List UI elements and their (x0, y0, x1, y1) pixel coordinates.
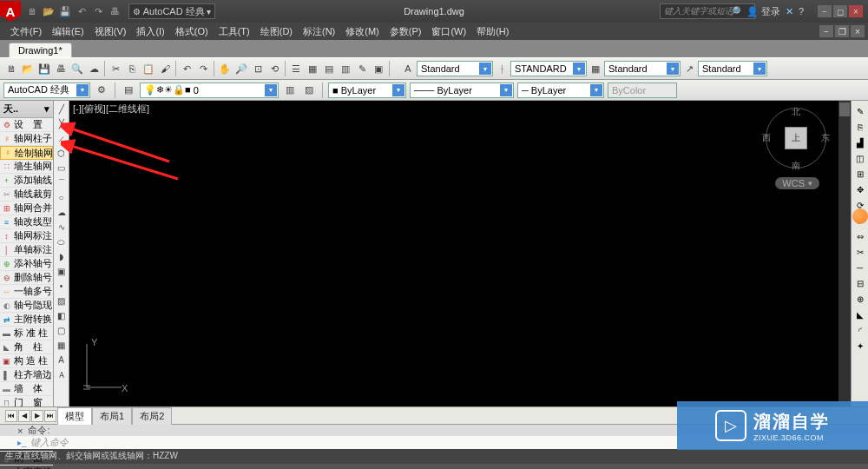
circle-icon[interactable]: ○ (55, 191, 68, 204)
palette-item-6[interactable]: ⊞轴网合并 (0, 201, 53, 215)
properties-icon[interactable]: ☰ (288, 61, 304, 76)
maximize-button[interactable]: ◻ (833, 5, 847, 17)
cut-icon[interactable]: ✂ (108, 61, 123, 76)
doc-close-button[interactable]: × (851, 25, 865, 37)
explode-icon[interactable]: ✦ (853, 339, 867, 353)
app-icon[interactable]: A (0, 1, 21, 22)
palette-item-2[interactable]: ♯绘制轴网 (0, 146, 53, 160)
save-icon[interactable]: 💾 (36, 61, 52, 76)
drawing-canvas[interactable]: [-][俯视][二维线框] Y X 上 北 南 东 西 WCS ▾ (69, 101, 851, 406)
menu-draw[interactable]: 绘图(D) (255, 23, 298, 40)
wcs-badge[interactable]: WCS ▾ (775, 177, 819, 189)
document-tab[interactable]: Drawing1* (9, 43, 72, 57)
menu-window[interactable]: 窗口(W) (426, 23, 471, 40)
dim-style-select[interactable]: STANDARD▾ (510, 61, 587, 76)
copy-icon[interactable]: ⎘ (853, 120, 867, 134)
region-icon[interactable]: ▢ (55, 324, 68, 337)
open-icon[interactable]: 📂 (20, 61, 36, 76)
erase-icon[interactable]: ✎ (853, 104, 867, 118)
ellipse-icon[interactable]: ⬭ (55, 235, 68, 248)
tab-last-icon[interactable]: ⏭ (44, 410, 56, 422)
palette-item-0[interactable]: ⚙设 置 (0, 118, 53, 132)
spline-icon[interactable]: ∿ (55, 221, 68, 234)
palette-item-1[interactable]: ♯轴网柱子 (0, 132, 53, 146)
match-icon[interactable]: 🖌 (157, 61, 173, 76)
palette-item-25[interactable]: A文字表格 (0, 466, 53, 469)
workspace-select[interactable]: AutoCAD 经典▾ (3, 83, 90, 98)
block-icon[interactable]: ▣ (55, 265, 68, 278)
close-button[interactable]: × (849, 5, 863, 17)
print-icon[interactable]: 🖶 (108, 4, 122, 18)
compass-s[interactable]: 南 (792, 160, 800, 172)
zoom-prev-icon[interactable]: ⟲ (266, 61, 282, 76)
copy-icon[interactable]: ⎘ (124, 61, 140, 76)
pan-icon[interactable]: ✋ (217, 61, 233, 76)
stretch-icon[interactable]: ⇔ (853, 229, 867, 243)
open-icon[interactable]: 📂 (42, 4, 56, 18)
color-select[interactable]: ■ ByLayer▾ (328, 83, 406, 98)
palette-item-18[interactable]: ▌柱齐墙边 (0, 368, 53, 382)
viewport-label[interactable]: [-][俯视][二维线框] (73, 102, 149, 116)
chevron-down-icon[interactable]: ▾ (44, 103, 49, 115)
publish-icon[interactable]: ☁ (86, 61, 102, 76)
menu-tools[interactable]: 工具(T) (214, 23, 255, 40)
gear-icon[interactable]: ⚙ (94, 83, 109, 98)
new-icon[interactable]: 🗎 (25, 4, 39, 18)
layer-select[interactable]: 💡❄☀🔒■ 0▾ (140, 83, 279, 98)
preview-icon[interactable]: 🔍 (69, 61, 85, 76)
doc-restore-button[interactable]: ❐ (835, 25, 849, 37)
point-icon[interactable]: • (55, 280, 68, 293)
gradient-icon[interactable]: ◧ (55, 309, 68, 322)
menu-edit[interactable]: 编辑(E) (47, 23, 89, 40)
text-style-select[interactable]: Standard▾ (417, 61, 493, 76)
tab-first-icon[interactable]: ⏮ (5, 410, 17, 422)
paste-icon[interactable]: 📋 (141, 61, 156, 76)
ellipse-arc-icon[interactable]: ◗ (55, 250, 68, 263)
plot-icon[interactable]: 🖶 (53, 61, 69, 76)
palette-item-3[interactable]: ∷墙生轴网 (0, 160, 53, 174)
save-icon[interactable]: 💾 (58, 4, 72, 18)
palette-item-11[interactable]: ⊖删除轴号 (0, 271, 53, 285)
infocenter-icon[interactable]: 🔎 (729, 6, 741, 17)
lineweight-select[interactable]: ─ ByLayer▾ (517, 83, 604, 98)
palette-item-12[interactable]: ↔一轴多号 (0, 285, 53, 299)
view-cube[interactable]: 上 北 南 东 西 (766, 108, 826, 168)
menu-file[interactable]: 文件(F) (5, 23, 47, 40)
workspace-switcher[interactable]: ⚙ AutoCAD 经典 ▾ (128, 3, 215, 19)
redo-icon[interactable]: ↷ (195, 61, 211, 76)
compass-n[interactable]: 北 (792, 106, 800, 118)
line-icon[interactable]: ╱ (55, 102, 68, 116)
mtext-icon[interactable]: Ａ (55, 368, 68, 381)
break-icon[interactable]: ⊟ (853, 276, 867, 290)
minimize-button[interactable]: − (818, 5, 832, 17)
palette-item-7[interactable]: ≡轴改线型 (0, 215, 53, 229)
chamfer-icon[interactable]: ◣ (853, 307, 867, 321)
tab-next-icon[interactable]: ▶ (31, 410, 43, 422)
menu-insert[interactable]: 插入(I) (131, 23, 169, 40)
mleader-style-select[interactable]: Standard▾ (698, 61, 767, 76)
fillet-icon[interactable]: ◜ (853, 323, 867, 337)
palette-item-9[interactable]: │单轴标注 (0, 243, 53, 257)
palette-item-17[interactable]: ▣构 造 柱 (0, 354, 53, 368)
revcloud-icon[interactable]: ☁ (55, 206, 68, 219)
undo-icon[interactable]: ↶ (75, 4, 89, 18)
exchange-icon[interactable]: ✕ (786, 6, 793, 17)
table-icon[interactable]: ▦ (55, 339, 68, 352)
vertical-scrollbar[interactable] (838, 101, 851, 406)
tab-prev-icon[interactable]: ◀ (18, 410, 30, 422)
hatch-icon[interactable]: ▨ (55, 294, 68, 307)
menu-format[interactable]: 格式(O) (170, 23, 214, 40)
calc-icon[interactable]: ▣ (371, 61, 386, 76)
help-icon[interactable]: ? (799, 6, 804, 17)
style-icon[interactable]: A (400, 61, 416, 76)
menu-param[interactable]: 参数(P) (385, 23, 427, 40)
menu-view[interactable]: 视图(V) (89, 23, 132, 40)
menu-modify[interactable]: 修改(M) (340, 23, 385, 40)
close-icon[interactable]: × (17, 426, 23, 436)
menu-dim[interactable]: 标注(N) (298, 23, 340, 40)
mleader-style-icon[interactable]: ↗ (681, 61, 697, 76)
trim-icon[interactable]: ✂ (853, 245, 867, 259)
tool-palette-icon[interactable]: ▤ (321, 61, 337, 76)
mirror-icon[interactable]: ▟ (853, 135, 867, 149)
undo-icon[interactable]: ↶ (179, 61, 194, 76)
